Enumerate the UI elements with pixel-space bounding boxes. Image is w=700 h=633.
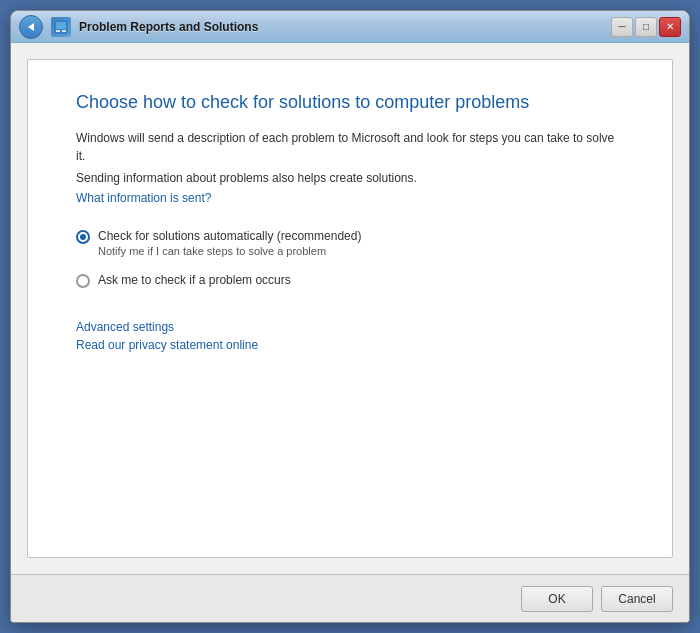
svg-rect-2 <box>56 22 66 29</box>
radio-auto-sublabel: Notify me if I can take steps to solve a… <box>98 245 361 257</box>
main-window: Problem Reports and Solutions ─ □ ✕ Choo… <box>10 10 690 623</box>
svg-rect-3 <box>56 30 60 32</box>
description-line1: Windows will send a description of each … <box>76 129 624 165</box>
maximize-button[interactable]: □ <box>635 17 657 37</box>
title-bar: Problem Reports and Solutions ─ □ ✕ <box>11 11 689 43</box>
title-bar-left: Problem Reports and Solutions <box>19 15 611 39</box>
links-section: Advanced settings Read our privacy state… <box>76 320 624 352</box>
radio-group: Check for solutions automatically (recom… <box>76 229 624 288</box>
radio-auto-labels: Check for solutions automatically (recom… <box>98 229 361 257</box>
footer: OK Cancel <box>11 574 689 622</box>
content-area: Choose how to check for solutions to com… <box>11 43 689 574</box>
radio-manual-labels: Ask me to check if a problem occurs <box>98 273 291 287</box>
svg-marker-0 <box>28 23 34 31</box>
radio-auto-label: Check for solutions automatically (recom… <box>98 229 361 243</box>
minimize-button[interactable]: ─ <box>611 17 633 37</box>
app-icon <box>51 17 71 37</box>
inner-panel: Choose how to check for solutions to com… <box>27 59 673 558</box>
radio-manual-circle[interactable] <box>76 274 90 288</box>
advanced-settings-link[interactable]: Advanced settings <box>76 320 624 334</box>
cancel-button[interactable]: Cancel <box>601 586 673 612</box>
window-title: Problem Reports and Solutions <box>79 20 258 34</box>
description-line2: Sending information about problems also … <box>76 169 624 187</box>
window-controls: ─ □ ✕ <box>611 17 681 37</box>
what-info-link[interactable]: What information is sent? <box>76 191 624 205</box>
svg-rect-4 <box>62 30 66 32</box>
radio-auto-circle[interactable] <box>76 230 90 244</box>
ok-button[interactable]: OK <box>521 586 593 612</box>
back-button[interactable] <box>19 15 43 39</box>
close-button[interactable]: ✕ <box>659 17 681 37</box>
radio-manual-label: Ask me to check if a problem occurs <box>98 273 291 287</box>
radio-auto[interactable]: Check for solutions automatically (recom… <box>76 229 624 257</box>
panel-title: Choose how to check for solutions to com… <box>76 92 624 113</box>
privacy-statement-link[interactable]: Read our privacy statement online <box>76 338 624 352</box>
radio-manual[interactable]: Ask me to check if a problem occurs <box>76 273 624 288</box>
